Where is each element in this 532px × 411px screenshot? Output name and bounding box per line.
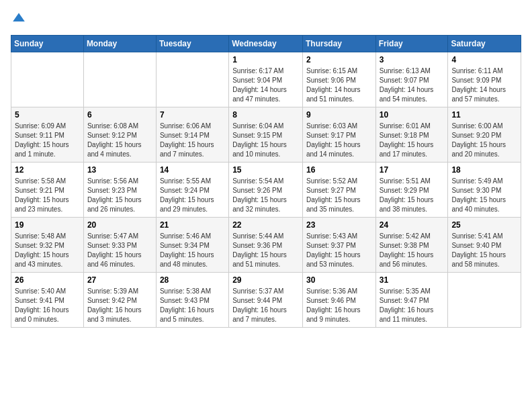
day-header-friday: Friday: [375, 36, 448, 52]
day-info: Sunrise: 6:03 AM Sunset: 9:17 PM Dayligh…: [306, 122, 372, 159]
calendar-header-row: SundayMondayTuesdayWednesdayThursdayFrid…: [11, 36, 521, 52]
day-number: 3: [380, 55, 445, 64]
day-info: Sunrise: 5:37 AM Sunset: 9:44 PM Dayligh…: [232, 287, 299, 324]
calendar-cell: 25Sunrise: 5:41 AM Sunset: 9:40 PM Dayli…: [448, 218, 521, 273]
calendar-cell: 20Sunrise: 5:47 AM Sunset: 9:33 PM Dayli…: [83, 218, 156, 273]
day-number: 29: [232, 275, 299, 285]
day-info: Sunrise: 5:56 AM Sunset: 9:23 PM Dayligh…: [87, 177, 152, 214]
day-info: Sunrise: 5:41 AM Sunset: 9:40 PM Dayligh…: [451, 232, 517, 269]
calendar-cell: 2Sunrise: 6:15 AM Sunset: 9:06 PM Daylig…: [302, 52, 375, 107]
day-number: 25: [451, 220, 517, 230]
day-header-saturday: Saturday: [448, 36, 521, 52]
calendar-cell: 24Sunrise: 5:42 AM Sunset: 9:38 PM Dayli…: [375, 218, 448, 273]
day-number: 7: [160, 110, 225, 120]
calendar-cell: 16Sunrise: 5:52 AM Sunset: 9:27 PM Dayli…: [302, 163, 375, 218]
day-number: 9: [306, 110, 372, 120]
calendar-cell: 13Sunrise: 5:56 AM Sunset: 9:23 PM Dayli…: [83, 163, 156, 218]
svg-marker-0: [13, 13, 25, 21]
day-info: Sunrise: 5:54 AM Sunset: 9:26 PM Dayligh…: [232, 177, 299, 214]
day-number: 31: [380, 275, 445, 285]
day-number: 17: [380, 165, 445, 175]
day-info: Sunrise: 6:08 AM Sunset: 9:12 PM Dayligh…: [87, 122, 152, 159]
day-number: 15: [232, 165, 299, 175]
day-info: Sunrise: 5:49 AM Sunset: 9:30 PM Dayligh…: [451, 177, 517, 214]
day-info: Sunrise: 5:51 AM Sunset: 9:29 PM Dayligh…: [380, 177, 445, 214]
calendar-week-5: 26Sunrise: 5:40 AM Sunset: 9:41 PM Dayli…: [11, 273, 521, 328]
day-number: 11: [451, 110, 517, 120]
day-number: 22: [232, 220, 299, 230]
calendar-week-1: 1Sunrise: 6:17 AM Sunset: 9:04 PM Daylig…: [11, 52, 521, 107]
day-info: Sunrise: 5:48 AM Sunset: 9:32 PM Dayligh…: [15, 232, 80, 269]
calendar-cell: 26Sunrise: 5:40 AM Sunset: 9:41 PM Dayli…: [11, 273, 84, 328]
calendar-week-4: 19Sunrise: 5:48 AM Sunset: 9:32 PM Dayli…: [11, 218, 521, 273]
day-number: 28: [160, 275, 225, 285]
day-header-sunday: Sunday: [11, 36, 84, 52]
calendar-cell: 6Sunrise: 6:08 AM Sunset: 9:12 PM Daylig…: [83, 107, 156, 163]
calendar-cell: 15Sunrise: 5:54 AM Sunset: 9:26 PM Dayli…: [229, 163, 303, 218]
day-info: Sunrise: 6:01 AM Sunset: 9:18 PM Dayligh…: [380, 122, 445, 159]
calendar-table: SundayMondayTuesdayWednesdayThursdayFrid…: [11, 35, 521, 328]
calendar-cell: 30Sunrise: 5:36 AM Sunset: 9:46 PM Dayli…: [302, 273, 375, 328]
logo: [11, 11, 30, 27]
day-info: Sunrise: 5:39 AM Sunset: 9:42 PM Dayligh…: [87, 287, 152, 324]
day-info: Sunrise: 5:46 AM Sunset: 9:34 PM Dayligh…: [160, 232, 225, 269]
day-header-tuesday: Tuesday: [156, 36, 228, 52]
day-number: 26: [15, 275, 80, 285]
day-info: Sunrise: 5:35 AM Sunset: 9:47 PM Dayligh…: [380, 287, 445, 324]
day-number: 4: [451, 55, 517, 64]
day-number: 8: [232, 110, 299, 120]
day-info: Sunrise: 5:55 AM Sunset: 9:24 PM Dayligh…: [160, 177, 225, 214]
day-info: Sunrise: 6:11 AM Sunset: 9:09 PM Dayligh…: [451, 66, 517, 104]
day-info: Sunrise: 5:43 AM Sunset: 9:37 PM Dayligh…: [306, 232, 372, 269]
calendar-cell: [83, 52, 156, 107]
day-number: 21: [160, 220, 225, 230]
calendar-cell: 18Sunrise: 5:49 AM Sunset: 9:30 PM Dayli…: [448, 163, 521, 218]
calendar-cell: 11Sunrise: 6:00 AM Sunset: 9:20 PM Dayli…: [448, 107, 521, 163]
day-info: Sunrise: 6:09 AM Sunset: 9:11 PM Dayligh…: [15, 122, 80, 159]
day-info: Sunrise: 6:00 AM Sunset: 9:20 PM Dayligh…: [451, 122, 517, 159]
day-header-thursday: Thursday: [302, 36, 375, 52]
calendar-body: 1Sunrise: 6:17 AM Sunset: 9:04 PM Daylig…: [11, 52, 521, 328]
day-number: 19: [15, 220, 80, 230]
calendar-cell: 14Sunrise: 5:55 AM Sunset: 9:24 PM Dayli…: [156, 163, 228, 218]
calendar-cell: 8Sunrise: 6:04 AM Sunset: 9:15 PM Daylig…: [229, 107, 303, 163]
day-number: 24: [380, 220, 445, 230]
calendar-cell: 5Sunrise: 6:09 AM Sunset: 9:11 PM Daylig…: [11, 107, 84, 163]
day-info: Sunrise: 5:58 AM Sunset: 9:21 PM Dayligh…: [15, 177, 80, 214]
calendar-cell: [156, 52, 228, 107]
calendar-cell: 19Sunrise: 5:48 AM Sunset: 9:32 PM Dayli…: [11, 218, 84, 273]
calendar-cell: 21Sunrise: 5:46 AM Sunset: 9:34 PM Dayli…: [156, 218, 228, 273]
logo-icon: [11, 11, 27, 27]
day-header-wednesday: Wednesday: [229, 36, 303, 52]
day-number: 16: [306, 165, 372, 175]
calendar-cell: [448, 273, 521, 328]
calendar-week-2: 5Sunrise: 6:09 AM Sunset: 9:11 PM Daylig…: [11, 107, 521, 163]
calendar-cell: 17Sunrise: 5:51 AM Sunset: 9:29 PM Dayli…: [375, 163, 448, 218]
calendar-cell: [11, 52, 84, 107]
calendar-cell: 7Sunrise: 6:06 AM Sunset: 9:14 PM Daylig…: [156, 107, 228, 163]
day-number: 13: [87, 165, 152, 175]
day-number: 6: [87, 110, 152, 120]
day-info: Sunrise: 6:17 AM Sunset: 9:04 PM Dayligh…: [232, 66, 299, 104]
day-number: 12: [15, 165, 80, 175]
day-info: Sunrise: 6:04 AM Sunset: 9:15 PM Dayligh…: [232, 122, 299, 159]
calendar-cell: 22Sunrise: 5:44 AM Sunset: 9:36 PM Dayli…: [229, 218, 303, 273]
calendar-cell: 31Sunrise: 5:35 AM Sunset: 9:47 PM Dayli…: [375, 273, 448, 328]
calendar-cell: 3Sunrise: 6:13 AM Sunset: 9:07 PM Daylig…: [375, 52, 448, 107]
day-info: Sunrise: 5:44 AM Sunset: 9:36 PM Dayligh…: [232, 232, 299, 269]
day-info: Sunrise: 5:47 AM Sunset: 9:33 PM Dayligh…: [87, 232, 152, 269]
calendar-cell: 10Sunrise: 6:01 AM Sunset: 9:18 PM Dayli…: [375, 107, 448, 163]
calendar-cell: 4Sunrise: 6:11 AM Sunset: 9:09 PM Daylig…: [448, 52, 521, 107]
day-info: Sunrise: 5:40 AM Sunset: 9:41 PM Dayligh…: [15, 287, 80, 324]
page-header: [11, 11, 521, 27]
calendar-cell: 29Sunrise: 5:37 AM Sunset: 9:44 PM Dayli…: [229, 273, 303, 328]
day-info: Sunrise: 5:36 AM Sunset: 9:46 PM Dayligh…: [306, 287, 372, 324]
calendar-cell: 23Sunrise: 5:43 AM Sunset: 9:37 PM Dayli…: [302, 218, 375, 273]
day-info: Sunrise: 6:15 AM Sunset: 9:06 PM Dayligh…: [306, 66, 372, 104]
day-number: 20: [87, 220, 152, 230]
calendar-cell: 28Sunrise: 5:38 AM Sunset: 9:43 PM Dayli…: [156, 273, 228, 328]
day-info: Sunrise: 5:38 AM Sunset: 9:43 PM Dayligh…: [160, 287, 225, 324]
day-info: Sunrise: 5:42 AM Sunset: 9:38 PM Dayligh…: [380, 232, 445, 269]
day-number: 10: [380, 110, 445, 120]
day-info: Sunrise: 6:06 AM Sunset: 9:14 PM Dayligh…: [160, 122, 225, 159]
